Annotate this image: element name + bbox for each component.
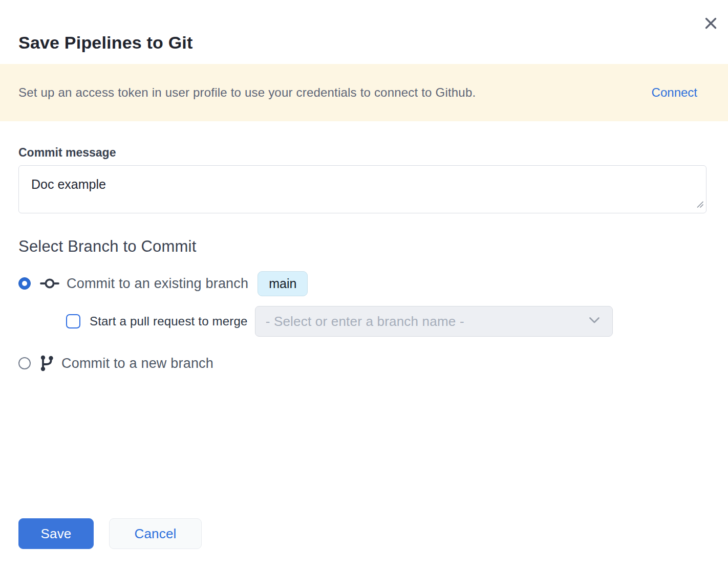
connect-link[interactable]: Connect xyxy=(652,85,697,100)
existing-branch-option: Commit to an existing branch main xyxy=(18,271,706,296)
dropdown-placeholder: - Select or enter a branch name - xyxy=(266,314,464,330)
branch-select-dropdown[interactable]: - Select or enter a branch name - xyxy=(255,306,613,337)
access-token-banner: Set up an access token in user profile t… xyxy=(0,64,728,121)
git-branch-icon xyxy=(39,354,55,372)
branch-section-heading: Select Branch to Commit xyxy=(18,237,706,256)
pull-request-row: Start a pull request to merge - Select o… xyxy=(18,306,706,337)
dialog-footer: Save Cancel xyxy=(0,518,728,549)
cancel-button[interactable]: Cancel xyxy=(109,518,202,549)
close-icon[interactable] xyxy=(702,14,719,32)
commit-message-label: Commit message xyxy=(18,146,706,159)
dialog-body: Commit message Doc example Select Branch… xyxy=(0,146,728,376)
existing-branch-label[interactable]: Commit to an existing branch xyxy=(67,276,248,292)
pull-request-checkbox[interactable] xyxy=(66,314,80,328)
new-branch-option: Commit to a new branch xyxy=(18,350,706,376)
commit-message-field: Doc example xyxy=(18,165,706,213)
existing-branch-radio[interactable] xyxy=(18,277,31,290)
save-pipelines-dialog: Save Pipelines to Git Set up an access t… xyxy=(0,0,728,571)
banner-message: Set up an access token in user profile t… xyxy=(18,85,476,100)
page-title: Save Pipelines to Git xyxy=(18,32,710,53)
pull-request-label[interactable]: Start a pull request to merge xyxy=(90,314,248,328)
new-branch-radio[interactable] xyxy=(18,357,31,369)
new-branch-label[interactable]: Commit to a new branch xyxy=(61,356,213,371)
git-commit-icon xyxy=(39,276,60,291)
dialog-header: Save Pipelines to Git xyxy=(0,0,728,53)
chevron-down-icon xyxy=(589,317,600,326)
commit-message-input[interactable]: Doc example xyxy=(18,165,706,213)
save-button[interactable]: Save xyxy=(18,518,94,549)
branch-badge[interactable]: main xyxy=(258,271,308,296)
